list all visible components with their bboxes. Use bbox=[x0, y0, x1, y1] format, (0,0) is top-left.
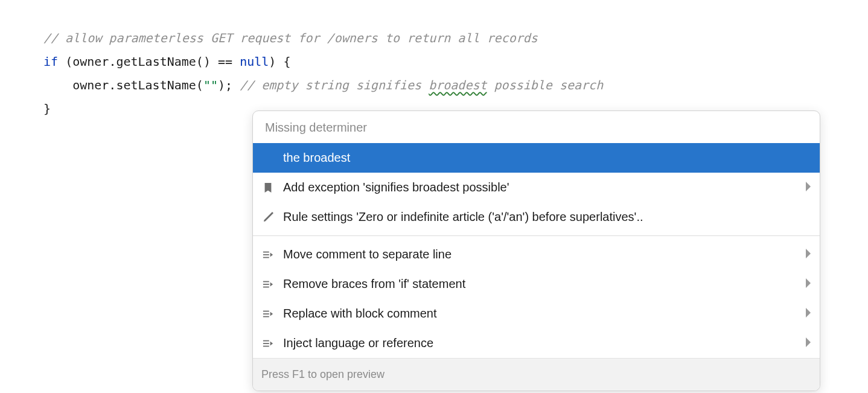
code-text: owner.setLastName( bbox=[43, 78, 203, 92]
intention-popup: Missing determiner the broadestAdd excep… bbox=[252, 110, 820, 121]
code-keyword-if: if bbox=[43, 54, 58, 69]
code-text: } bbox=[43, 101, 51, 116]
code-text: ) { bbox=[269, 54, 290, 69]
code-comment-error-word[interactable]: broadest bbox=[429, 78, 487, 92]
code-keyword-null: null bbox=[240, 54, 269, 69]
code-editor[interactable]: // allow parameterless GET request for /… bbox=[0, 0, 868, 121]
code-comment: possible search bbox=[487, 78, 604, 92]
code-comment: // allow parameterless GET request for /… bbox=[43, 31, 538, 45]
code-string: "" bbox=[203, 78, 218, 92]
code-text: (owner.getLastName() == bbox=[58, 54, 240, 69]
popup-title: Missing determiner bbox=[253, 111, 820, 121]
code-text: ); bbox=[218, 78, 240, 92]
code-comment: // empty string signifies bbox=[240, 78, 429, 92]
